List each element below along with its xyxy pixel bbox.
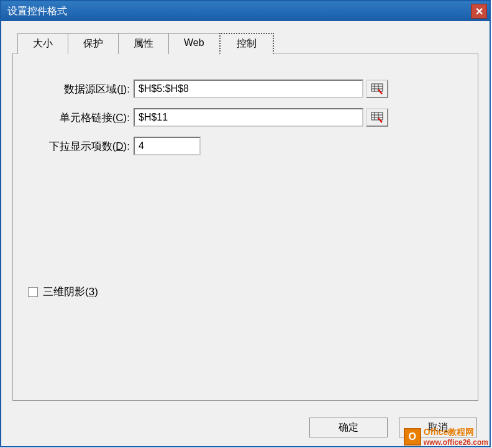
dialog-window: 设置控件格式 ✕ 大小 保护 属性 Web 控制 数据源区域(I): [0,0,491,447]
watermark-text-2: www.office26.com [424,438,488,447]
tab-web[interactable]: Web [168,33,220,54]
tab-panel-control: 数据源区域(I): 单元格链接(C [12,53,478,401]
tab-protection[interactable]: 保护 [68,33,119,54]
watermark-logo-icon: O [404,428,421,446]
row-dropdown-lines: 下拉显示项数(D): [28,137,463,155]
range-picker-cell-link[interactable] [366,108,388,127]
close-button[interactable]: ✕ [471,4,487,19]
svg-rect-5 [371,112,383,120]
watermark-text-1: Office教程网 [424,427,488,438]
row-data-source: 数据源区域(I): [28,80,463,98]
input-data-source[interactable] [134,80,363,98]
title-bar: 设置控件格式 ✕ [1,1,490,21]
tab-strip: 大小 保护 属性 Web 控制 [17,32,478,53]
tab-size[interactable]: 大小 [17,33,68,54]
range-select-icon [371,83,383,94]
watermark: O Office教程网 www.office26.com [404,427,488,447]
label-dropdown-lines: 下拉显示项数(D): [28,139,134,153]
row-3d-shadow: 三维阴影(3) [28,285,98,299]
range-picker-data-source[interactable] [366,80,388,98]
input-dropdown-lines[interactable] [134,137,201,155]
tab-properties[interactable]: 属性 [118,33,169,54]
label-3d-shadow: 三维阴影(3) [43,285,98,299]
ok-button[interactable]: 确定 [309,418,388,437]
row-cell-link: 单元格链接(C): [28,108,463,127]
tab-control[interactable]: 控制 [219,33,274,54]
label-data-source: 数据源区域(I): [28,82,134,96]
range-select-icon [371,112,383,123]
close-icon: ✕ [475,6,483,17]
label-cell-link: 单元格链接(C): [28,111,134,125]
dialog-body: 大小 保护 属性 Web 控制 数据源区域(I): [1,21,490,446]
input-cell-link[interactable] [134,108,363,127]
checkbox-3d-shadow[interactable] [28,287,38,297]
svg-rect-0 [371,84,383,91]
window-title: 设置控件格式 [7,5,67,18]
